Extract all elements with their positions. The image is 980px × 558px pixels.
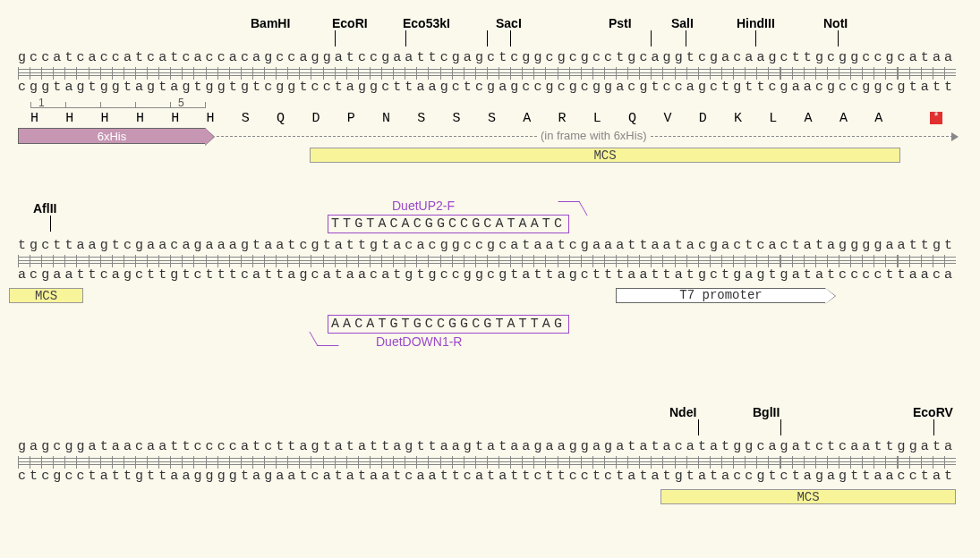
primer-rev-label: DuetDOWN1-R bbox=[376, 334, 462, 349]
sequence-map: BamHI EcoRI Eco53kI SacI PstI SalI HindI… bbox=[0, 0, 980, 558]
aa-residue: D bbox=[311, 111, 320, 126]
enzyme-tick bbox=[335, 30, 336, 46]
t7-promoter-feature: T7 promoter bbox=[616, 288, 826, 303]
mcs-feature: MCS bbox=[310, 148, 900, 163]
enzyme-tick bbox=[698, 419, 699, 435]
aa-residue: Q bbox=[628, 111, 636, 126]
aa-residue: A bbox=[839, 111, 848, 126]
primer-fwd-tail bbox=[558, 201, 587, 216]
sequence-top: tgcttaagtcgaacagaaagtaatcgtattgtacacggcc… bbox=[18, 238, 956, 253]
enzyme-tick bbox=[686, 30, 686, 46]
aa-residue: H bbox=[65, 111, 73, 126]
enzyme-label: NdeI bbox=[669, 405, 696, 419]
enzyme-label: EcoRV bbox=[913, 405, 953, 419]
aa-residue: R bbox=[558, 111, 567, 126]
aa-residue: H bbox=[171, 111, 179, 126]
primer-rev-tail bbox=[309, 332, 338, 346]
mcs-feature: MCS bbox=[660, 489, 956, 504]
aa-residue: K bbox=[734, 111, 742, 126]
ruler bbox=[18, 257, 956, 264]
enzyme-label: HindIII bbox=[737, 16, 775, 30]
aa-residue: A bbox=[805, 111, 813, 126]
aa-residue: H bbox=[136, 111, 144, 126]
frame-label: (in frame with 6xHis) bbox=[537, 129, 650, 142]
primer-fwd-label: DuetUP2-F bbox=[392, 199, 455, 213]
his-tag-label: 6xHis bbox=[98, 130, 127, 143]
enzyme-label: SalI bbox=[671, 16, 694, 30]
aa-residue: A bbox=[523, 111, 531, 126]
enzyme-tick bbox=[651, 30, 652, 46]
primer-rev-box: AACATGTGCCGGCGTATTAG bbox=[328, 315, 569, 334]
enzyme-tick bbox=[405, 30, 406, 46]
aa-residue: S bbox=[488, 111, 496, 126]
sequence-top: gccatcaccatcatcaccacagccaggatccgaattcgag… bbox=[18, 50, 956, 65]
enzyme-tick bbox=[933, 419, 934, 435]
enzyme-label: NotI bbox=[823, 16, 848, 30]
aa-residue: H bbox=[207, 111, 215, 126]
mcs-feature: MCS bbox=[9, 288, 83, 303]
enzyme-tick bbox=[755, 30, 756, 46]
aa-residue: L bbox=[593, 111, 601, 126]
aa-residue: S bbox=[417, 111, 425, 126]
enzyme-tick bbox=[50, 216, 51, 232]
aa-residue: Q bbox=[277, 111, 285, 126]
enzyme-label: AflII bbox=[33, 201, 56, 216]
enzyme-tick bbox=[838, 30, 839, 46]
aa-residue: N bbox=[382, 111, 390, 126]
ruler bbox=[18, 458, 956, 465]
sequence-top: gagcggataacaattccccatcttagtatattagttaagt… bbox=[18, 439, 956, 454]
sequence-bottom: ctcgcctattgttaaggggtagaatcatataatcaattca… bbox=[18, 469, 956, 484]
aa-residue: H bbox=[30, 111, 38, 126]
mcs-label: MCS bbox=[35, 289, 57, 303]
enzyme-label: BamHI bbox=[251, 16, 290, 30]
enzyme-label: EcoRI bbox=[332, 16, 368, 30]
aa-residue: A bbox=[874, 111, 882, 126]
sequence-bottom: acgaattcagcttgtctttcattagcataacatgtgccgg… bbox=[18, 267, 956, 283]
his-tag-feature: 6xHis bbox=[18, 128, 206, 144]
mcs-label: MCS bbox=[593, 148, 616, 163]
t7-label: T7 promoter bbox=[679, 288, 762, 302]
ruler bbox=[18, 69, 956, 76]
enzyme-tick bbox=[780, 419, 781, 435]
aa-residue: S bbox=[453, 111, 461, 126]
aa-residue: H bbox=[101, 111, 109, 126]
aa-residue: P bbox=[347, 111, 355, 126]
enzyme-tick bbox=[510, 30, 511, 46]
enzyme-label: PstI bbox=[609, 16, 632, 30]
enzyme-label: BglII bbox=[753, 405, 780, 419]
aa-residue: V bbox=[663, 111, 671, 126]
aa-residue: S bbox=[242, 111, 250, 126]
aa-residue: D bbox=[699, 111, 707, 126]
stop-codon: * bbox=[930, 112, 942, 124]
primer-fwd-box: TTGTACACGGCCGCATAATC bbox=[328, 215, 569, 233]
sequence-bottom: cggtagtggtagtagtggtgtcggtcctaggcttaagctc… bbox=[18, 80, 956, 95]
enzyme-tick bbox=[487, 30, 488, 46]
enzyme-label: SacI bbox=[496, 16, 522, 30]
his-ruler-num: 5 bbox=[178, 97, 184, 109]
enzyme-label: Eco53kI bbox=[403, 16, 450, 30]
his-ruler-num: 1 bbox=[38, 97, 45, 109]
aa-residue: L bbox=[769, 111, 777, 126]
mcs-label: MCS bbox=[797, 490, 819, 504]
